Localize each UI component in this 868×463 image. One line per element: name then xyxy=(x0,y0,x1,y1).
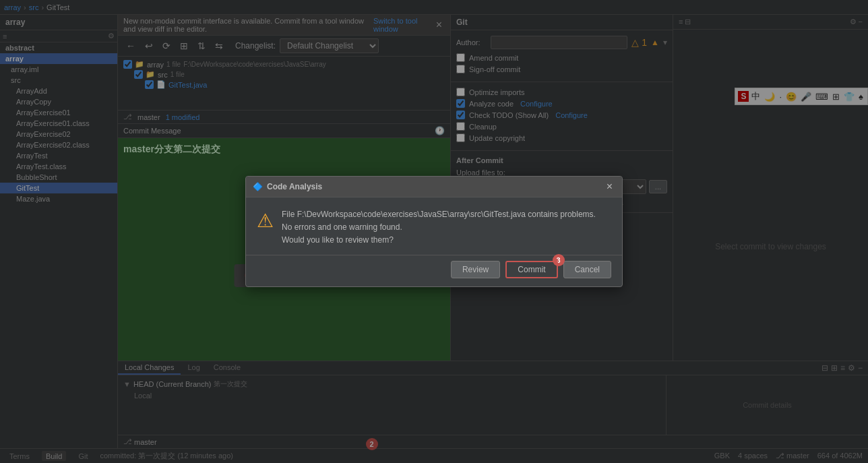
dialog-title-bar: 🔷 Code Analysis × xyxy=(246,177,622,197)
code-analysis-dialog: 🔷 Code Analysis × ⚠ File F:\DevWorkspace… xyxy=(245,176,623,288)
dialog-warning-icon: ⚠ xyxy=(257,208,274,247)
dialog-title-icon: 🔷 xyxy=(253,182,263,191)
dialog-cancel-button[interactable]: Cancel xyxy=(563,261,611,278)
dialog-line3: Would you like to review them? xyxy=(282,234,611,247)
dialog-commit-button[interactable]: Commit xyxy=(505,261,557,278)
dialog-title: 🔷 Code Analysis xyxy=(253,182,322,191)
dialog-line2: No errors and one warning found. xyxy=(282,221,611,234)
dialog-overlay: 🔷 Code Analysis × ⚠ File F:\DevWorkspace… xyxy=(0,0,868,463)
dialog-body: ⚠ File F:\DevWorkspace\code\exercises\Ja… xyxy=(246,197,622,255)
dialog-close-btn[interactable]: × xyxy=(604,181,615,193)
dialog-text: File F:\DevWorkspace\code\exercises\Java… xyxy=(282,208,611,247)
dialog-footer: Review 3 Commit Cancel xyxy=(246,255,622,286)
dialog-line1: File F:\DevWorkspace\code\exercises\Java… xyxy=(282,208,611,221)
review-button[interactable]: Review xyxy=(451,261,500,278)
dialog-title-text: Code Analysis xyxy=(267,182,322,191)
dialog-commit-wrapper: 3 Commit xyxy=(505,261,557,278)
